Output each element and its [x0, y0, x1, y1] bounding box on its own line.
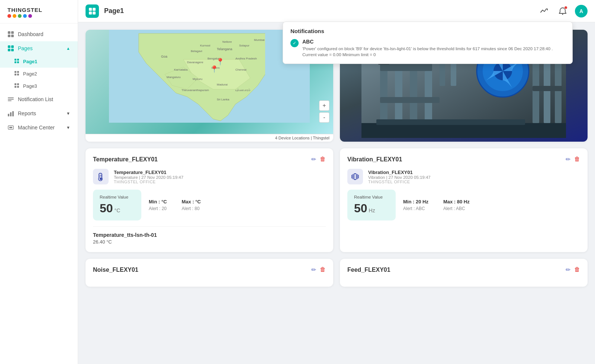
sidebar-item-page2[interactable]: Page2	[0, 68, 78, 80]
svg-rect-27	[9, 127, 12, 128]
bottom-widgets-row: Noise_FLEXY01 ✏ 🗑 Feed_FLEXY01 ✏ 🗑	[86, 259, 588, 287]
vibration-realtime-box: Realtime Value 50 Hz	[347, 190, 396, 220]
svg-rect-1	[11, 31, 14, 34]
user-avatar[interactable]: A	[575, 5, 588, 17]
sidebar-nav: Dashboard Pages ▲ Page1 Page2	[0, 23, 78, 364]
vibration-max-alert: Alert : ABC	[443, 206, 470, 211]
vibration-max-label: Max : 80 Hz	[443, 199, 470, 204]
dashboard-icon	[7, 31, 14, 38]
temp-widget-header: Temperature_FLEXY01 ✏ 🗑	[93, 156, 326, 163]
vibration-widget: Vibration_FLEXY01 ✏ 🗑 Vibration_FLEXY01 …	[340, 148, 588, 252]
logo-dot-5	[28, 14, 32, 18]
vibration-unit: Hz	[369, 207, 375, 213]
pages-chevron-icon: ▲	[66, 46, 70, 51]
svg-text:Karnataka: Karnataka	[174, 68, 188, 71]
temp-stat-group: Min : °C Alert : 20 Max : °C Alert : 80	[149, 190, 201, 220]
svg-text:Andhra Pradesh: Andhra Pradesh	[235, 57, 257, 60]
notification-badge	[564, 6, 567, 9]
noise-delete-button[interactable]: 🗑	[320, 266, 326, 273]
sidebar-item-reports[interactable]: Reports ▼	[0, 106, 78, 120]
noise-edit-button[interactable]: ✏	[311, 266, 316, 273]
content-area: Telangana Andhra Pradesh Goa Karnataka S…	[78, 22, 595, 364]
notif-content: ABC 'Power' configured on block 'B9' for…	[302, 39, 565, 58]
notif-popup-title: Notifications	[290, 28, 565, 34]
map-zoom-out-button[interactable]: -	[319, 112, 329, 123]
header-actions: A	[538, 5, 588, 17]
svg-rect-21	[8, 99, 14, 100]
svg-text:Mysuru: Mysuru	[193, 77, 202, 81]
svg-rect-11	[17, 61, 19, 63]
map-zoom-in-button[interactable]: +	[319, 100, 329, 111]
temp-edit-button[interactable]: ✏	[311, 156, 316, 163]
sidebar-item-page3[interactable]: Page3	[0, 80, 78, 92]
temp-min-alert: Alert : 20	[149, 206, 167, 211]
svg-rect-71	[361, 123, 566, 138]
svg-text:Sri Lanka: Sri Lanka	[217, 98, 229, 101]
noise-widget: Noise_FLEXY01 ✏ 🗑	[86, 259, 333, 287]
map-footer: 4 Device Locations | Thingstel	[86, 134, 333, 142]
svg-rect-17	[17, 83, 19, 85]
feed-widget: Feed_FLEXY01 ✏ 🗑	[340, 259, 588, 287]
vibration-sensor-meta: Vibration | 27 Nov 2020 05:19:47	[368, 175, 431, 180]
svg-rect-8	[15, 59, 16, 61]
vibration-delete-button[interactable]: 🗑	[574, 156, 580, 163]
logo: THINGSTEL	[0, 0, 78, 23]
notification-button[interactable]	[556, 5, 569, 17]
svg-rect-13	[17, 71, 19, 73]
sidebar-dashboard-label: Dashboard	[18, 31, 44, 37]
logo-dot-3	[18, 14, 22, 18]
feed-edit-button[interactable]: ✏	[566, 266, 570, 273]
feed-widget-header: Feed_FLEXY01 ✏ 🗑	[347, 266, 580, 273]
svg-rect-3	[11, 35, 14, 37]
svg-text:Solapur: Solapur	[239, 44, 250, 47]
vibration-value-row: Realtime Value 50 Hz Min : 20 Hz Alert :…	[347, 190, 580, 220]
reports-chevron-icon: ▼	[66, 111, 70, 116]
sidebar-item-dashboard[interactable]: Dashboard	[0, 27, 78, 41]
vibration-edit-button[interactable]: ✏	[566, 156, 570, 163]
svg-rect-24	[10, 112, 12, 116]
temp-sensor-meta: Temperature | 27 Nov 2020 05:19:47	[114, 175, 183, 180]
svg-rect-19	[17, 86, 19, 88]
svg-point-78	[100, 178, 102, 180]
svg-text:Mangaluru: Mangaluru	[167, 75, 181, 79]
noise-widget-header: Noise_FLEXY01 ✏ 🗑	[93, 266, 326, 273]
main-content: Page1 A Notifications ✓ ABC 'Power' conf…	[78, 0, 595, 364]
sidebar-item-machine-center[interactable]: Machine Center ▼	[0, 120, 78, 135]
temp-unit: °C	[115, 207, 120, 213]
page-title: Page1	[104, 7, 533, 15]
temp-sensor-info: Temperature_FLEXY01 Temperature | 27 Nov…	[114, 170, 183, 184]
header: Page1 A Notifications ✓ ABC 'Power' conf…	[78, 0, 595, 22]
feed-delete-button[interactable]: 🗑	[574, 266, 580, 273]
logo-dot-2	[13, 14, 16, 18]
vibration-widget-actions: ✏ 🗑	[566, 156, 580, 163]
svg-rect-28	[89, 8, 92, 11]
vibration-min: Min : 20 Hz Alert : ABC	[403, 199, 428, 211]
vibration-widget-header: Vibration_FLEXY01 ✏ 🗑	[347, 156, 580, 163]
feed-widget-title: Feed_FLEXY01	[347, 267, 390, 273]
vibration-sensor-location: THINGSTEL OFFICE	[368, 180, 431, 184]
svg-text:Mumbai: Mumbai	[254, 38, 265, 42]
map-controls: + -	[319, 100, 329, 123]
sidebar-page1-label: Page1	[23, 59, 37, 64]
vibration-widget-title: Vibration_FLEXY01	[347, 156, 402, 163]
sidebar-item-pages[interactable]: Pages ▲	[0, 41, 78, 55]
sidebar-machine-label: Machine Center	[18, 125, 55, 131]
svg-rect-15	[17, 74, 19, 75]
header-page-icon	[86, 4, 99, 18]
machine-center-icon	[7, 124, 14, 131]
svg-text:Davanagere: Davanagere	[187, 61, 203, 64]
sidebar-item-notification-list[interactable]: Notification List	[0, 92, 78, 106]
svg-rect-31	[93, 12, 96, 15]
temp-delete-button[interactable]: 🗑	[320, 156, 326, 163]
notif-name: ABC	[302, 39, 565, 45]
svg-text:Kurnool: Kurnool	[200, 44, 210, 47]
temp-value-row: Realtime Value 50 °C Min : °C Alert : 20…	[93, 190, 326, 220]
svg-rect-4	[8, 45, 10, 48]
sidebar-item-page1[interactable]: Page1	[0, 55, 78, 68]
svg-rect-23	[8, 114, 9, 116]
svg-rect-22	[8, 100, 12, 101]
analytics-button[interactable]	[538, 5, 550, 17]
page3-sub-icon	[14, 83, 19, 89]
notification-popup: Notifications ✓ ABC 'Power' configured o…	[283, 22, 573, 64]
temp-realtime-box: Realtime Value 50 °C	[93, 190, 141, 220]
